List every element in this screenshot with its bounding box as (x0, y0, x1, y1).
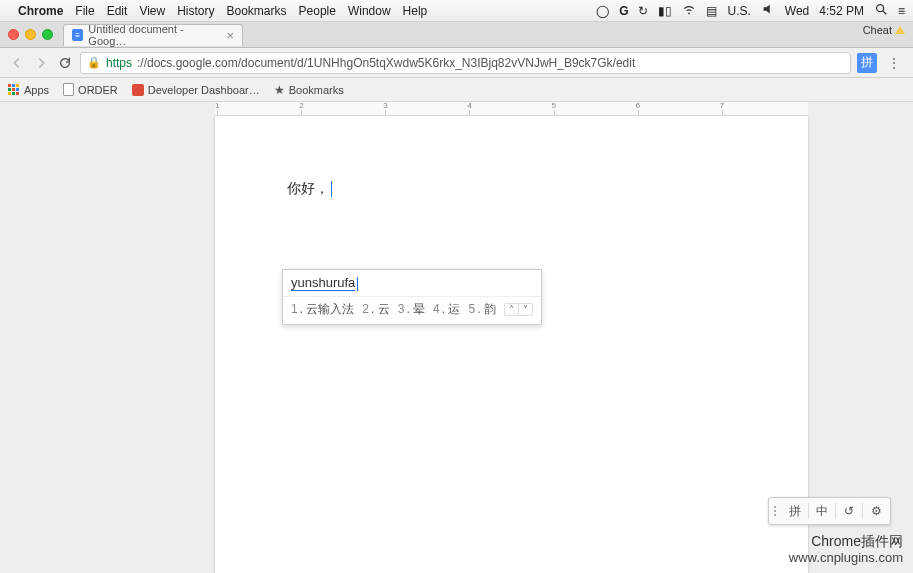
ime-page-arrows[interactable]: ˄˅ (504, 303, 533, 316)
status-icon-g[interactable]: G (619, 4, 628, 18)
bookmark-order[interactable]: ORDER (63, 83, 118, 96)
ime-prev-icon[interactable]: ˄ (505, 304, 519, 315)
docs-favicon-icon: ≡ (72, 29, 83, 41)
svg-line-1 (883, 11, 887, 15)
flag-icon[interactable]: ▤ (706, 4, 717, 18)
macos-menubar: Chrome File Edit View History Bookmarks … (0, 0, 913, 22)
watermark-line2: www.cnplugins.com (789, 550, 903, 567)
toolbar: 🔒 https://docs.google.com/document/d/1UN… (0, 48, 913, 78)
document-body[interactable]: 你好， (215, 116, 808, 262)
bookmarks-bar: Apps ORDER Developer Dashboar… ★ Bookmar… (0, 78, 913, 102)
chrome-menu-button[interactable]: ⋮ (883, 55, 905, 71)
minimize-window-button[interactable] (25, 29, 36, 40)
horizontal-ruler[interactable]: 1 2 3 4 5 6 7 (215, 102, 808, 116)
apps-label: Apps (24, 84, 49, 96)
page-icon (63, 83, 74, 96)
bookmark-label: ORDER (78, 84, 118, 96)
ime-composition: yunshurufa (283, 270, 541, 296)
bookmark-dev-dashboard[interactable]: Developer Dashboar… (132, 84, 260, 96)
app-name[interactable]: Chrome (18, 4, 63, 18)
status-icon-1[interactable]: ◯ (596, 4, 609, 18)
reload-button[interactable] (56, 54, 74, 72)
menu-window[interactable]: Window (348, 4, 391, 18)
menu-edit[interactable]: Edit (107, 4, 128, 18)
wifi-icon[interactable] (682, 2, 696, 19)
tab-close-icon[interactable]: × (226, 28, 234, 43)
close-window-button[interactable] (8, 29, 19, 40)
ime-candidate-5[interactable]: 5. 韵 (468, 301, 495, 318)
menu-people[interactable]: People (299, 4, 336, 18)
cheat-label: Cheat (863, 24, 905, 36)
bookmark-label: Developer Dashboar… (148, 84, 260, 96)
forward-button[interactable] (32, 54, 50, 72)
window-controls (8, 29, 53, 40)
ime-mode-chinese-button[interactable]: 中 (810, 500, 834, 522)
watermark: Chrome插件网 www.cnplugins.com (789, 532, 903, 567)
document-viewport: 1 2 3 4 5 6 7 你好， yunshurufa 1. 云输入法 2. … (0, 102, 913, 573)
drag-grip-icon[interactable] (774, 506, 780, 516)
clock-time[interactable]: 4:52 PM (819, 4, 864, 18)
bookmark-folder-bookmarks[interactable]: ★ Bookmarks (274, 83, 344, 97)
ime-floating-toolbar[interactable]: 拼 中 ↺ ⚙ (768, 497, 891, 525)
browser-tab[interactable]: ≡ Untitled document - Goog… × (63, 24, 243, 46)
svg-point-0 (877, 5, 884, 12)
document-page[interactable]: 你好， (215, 116, 808, 573)
url-scheme: https (106, 56, 132, 70)
ime-sync-button[interactable]: ↺ (837, 500, 861, 522)
address-bar[interactable]: 🔒 https://docs.google.com/document/d/1UN… (80, 52, 851, 74)
ime-next-icon[interactable]: ˅ (519, 304, 532, 315)
watermark-line1: Chrome插件网 (789, 532, 903, 550)
menu-extras-icon[interactable]: ≡ (898, 4, 905, 18)
url-path: ://docs.google.com/document/d/1UNHhgOn5t… (137, 56, 635, 70)
lock-icon: 🔒 (87, 56, 101, 69)
ime-extension-icon[interactable]: 拼 (857, 53, 877, 73)
status-icon-refresh[interactable]: ↻ (638, 4, 648, 18)
ime-candidate-3[interactable]: 3. 晕 (398, 301, 425, 318)
menu-view[interactable]: View (139, 4, 165, 18)
clock-day[interactable]: Wed (785, 4, 809, 18)
menu-file[interactable]: File (75, 4, 94, 18)
volume-icon[interactable] (761, 2, 775, 19)
input-locale[interactable]: U.S. (727, 4, 750, 18)
ime-mode-pinyin-button[interactable]: 拼 (783, 500, 807, 522)
star-icon: ★ (274, 83, 285, 97)
ime-candidate-list: 1. 云输入法 2. 云 3. 晕 4. 运 5. 韵 ˄˅ (283, 296, 541, 324)
tab-title: Untitled document - Goog… (88, 23, 217, 47)
tab-strip: ≡ Untitled document - Goog… × Cheat (0, 22, 913, 48)
ime-candidate-window: yunshurufa 1. 云输入法 2. 云 3. 晕 4. 运 5. 韵 ˄… (282, 269, 542, 325)
spotlight-icon[interactable] (874, 2, 888, 19)
text-line-1: 你好， (287, 180, 329, 198)
ime-candidate-4[interactable]: 4. 运 (433, 301, 460, 318)
ime-candidate-1[interactable]: 1. 云输入法 (291, 301, 354, 318)
menu-help[interactable]: Help (403, 4, 428, 18)
battery-icon[interactable]: ▮▯ (658, 4, 672, 18)
back-button[interactable] (8, 54, 26, 72)
ime-settings-button[interactable]: ⚙ (864, 500, 888, 522)
text-cursor (331, 181, 332, 197)
menu-bookmarks[interactable]: Bookmarks (227, 4, 287, 18)
menu-history[interactable]: History (177, 4, 214, 18)
apps-grid-icon (8, 84, 20, 96)
ime-candidate-2[interactable]: 2. 云 (362, 301, 389, 318)
dev-icon (132, 84, 144, 96)
zoom-window-button[interactable] (42, 29, 53, 40)
bookmark-label: Bookmarks (289, 84, 344, 96)
apps-shortcut[interactable]: Apps (8, 84, 49, 96)
